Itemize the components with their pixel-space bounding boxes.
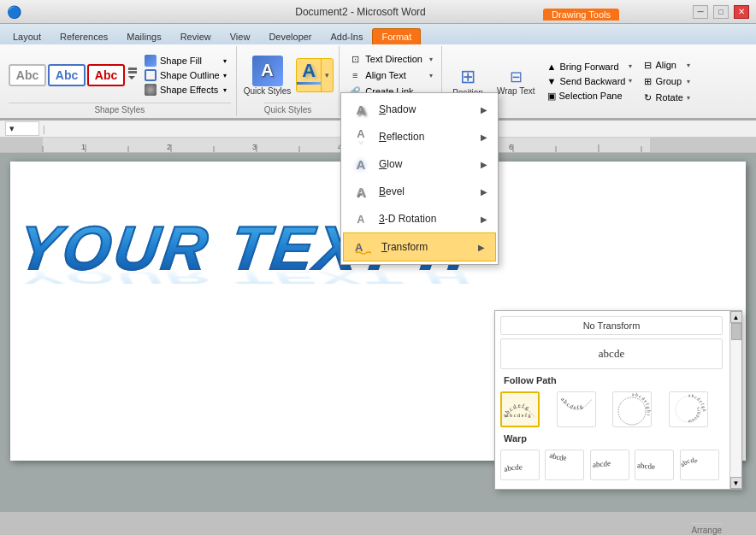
no-transform-section: No Transform abcde (500, 316, 723, 369)
svg-rect-2 (650, 138, 756, 153)
wordart-group: A Quick Styles A ▾ Quick Styles (237, 46, 340, 116)
quick-styles-label: Quick Styles (244, 86, 292, 96)
transform-panel-inner: No Transform abcde Follow Path a b c d e… (500, 316, 736, 480)
shape-styles-label: Shape Styles (9, 103, 231, 115)
transform-arch-down[interactable]: a b c d e f g (557, 391, 596, 427)
menu-item-bevel[interactable]: A Bevel ▶ (341, 178, 498, 205)
scroll-down-button[interactable]: ▼ (730, 477, 742, 489)
glow-icon: A (351, 155, 370, 173)
svg-text:2: 2 (167, 143, 171, 151)
wordart-a-container: A ▾ (296, 58, 334, 92)
rotate-button[interactable]: ↻ Rotate ▾ (641, 91, 693, 105)
reflection-arrow: ▶ (481, 132, 487, 142)
no-transform-button[interactable]: No Transform (500, 316, 723, 335)
arrange-label: Arrange (691, 523, 722, 535)
bring-forward-button[interactable]: ▲ Bring Forward ▾ (544, 60, 636, 73)
menu-item-shadow[interactable]: A Shadow ▶ (341, 96, 498, 123)
shape-outline-button[interactable]: Shape Outline ▾ (142, 68, 229, 82)
shape-swatch-blue[interactable]: Abc (48, 64, 86, 86)
transform-circle[interactable]: a b c d e f g h i (612, 391, 652, 427)
scroll-up-button[interactable]: ▲ (730, 311, 742, 323)
transform-button[interactable]: a b c d e f g h m n o p q r s (669, 391, 708, 427)
send-backward-icon: ▼ (547, 76, 557, 86)
align-icon: ⊟ (644, 60, 652, 71)
send-backward-button[interactable]: ▼ Send Backward ▾ (544, 74, 636, 88)
group-icon: ⊞ (644, 76, 652, 87)
wordart-label: Quick Styles (264, 103, 312, 115)
wordart-a-button[interactable]: A (297, 59, 321, 83)
menu-item-transform[interactable]: A A Transform ▶ (343, 232, 496, 262)
svg-text:abcde: abcde (637, 461, 655, 471)
tab-bar: Drawing Tools Layout References Mailings… (0, 24, 756, 44)
svg-rect-1 (0, 138, 43, 153)
quick-styles-icon: A (252, 56, 283, 86)
bring-forward-icon: ▲ (547, 62, 557, 72)
shape-effects-button[interactable]: Shape Effects ▾ (142, 83, 229, 97)
text-direction-icon: ⊡ (348, 53, 362, 65)
wrap-text-button[interactable]: ⊟ Wrap Text (492, 64, 540, 99)
svg-text:abcde: abcde (593, 459, 611, 469)
3d-rotation-arrow: ▶ (481, 215, 487, 224)
selection-pane-button[interactable]: ▣ Selection Pane (544, 89, 636, 103)
wordart-effects-dropdown: A Shadow ▶ A A Reflection ▶ A Glow ▶ A B… (340, 92, 499, 265)
shape-styles-group: Abc Abc Abc Shape Fill ▾ Shap (3, 46, 237, 116)
shadow-icon: A (351, 100, 370, 119)
shape-swatches-row: Abc Abc Abc Shape Fill ▾ Shap (9, 48, 231, 103)
tab-mailings[interactable]: Mailings (117, 28, 170, 44)
quick-styles-button[interactable]: A Quick Styles (242, 54, 293, 97)
warp-cell-1[interactable]: abcde (500, 450, 540, 480)
wordart-a-dropdown[interactable]: ▾ (321, 59, 333, 91)
bevel-label: Bevel (379, 185, 472, 197)
warp-cell-2[interactable]: abcde (545, 450, 584, 480)
wordart-reflection: YOUR TEXT H (19, 267, 473, 288)
warp-cell-3[interactable]: abcde (590, 450, 629, 480)
tab-developer[interactable]: Developer (259, 28, 321, 44)
tab-add-ins[interactable]: Add-Ins (322, 28, 373, 44)
transform-icon: A A (354, 238, 373, 256)
tab-review[interactable]: Review (171, 28, 221, 44)
shape-commands: Shape Fill ▾ Shape Outline ▾ Shape Effec… (140, 54, 231, 97)
follow-path-grid: a b c d e f g a b c d e f g a b c d (500, 391, 723, 427)
tab-references[interactable]: References (50, 28, 117, 44)
wrap-text-icon: ⊟ (510, 68, 523, 86)
svg-text:abcde: abcde (681, 456, 699, 468)
transform-arrow: ▶ (478, 243, 485, 252)
shape-fill-button[interactable]: Shape Fill ▾ (142, 54, 229, 68)
align-button[interactable]: ⊟ Align ▾ (641, 58, 693, 73)
menu-item-3d-rotation[interactable]: A 3-D Rotation ▶ (341, 205, 498, 232)
svg-text:abcde: abcde (549, 450, 567, 462)
group-button[interactable]: ⊞ Group ▾ (641, 74, 693, 89)
menu-item-glow[interactable]: A Glow ▶ (341, 150, 498, 178)
no-transform-preview[interactable]: abcde (500, 338, 723, 369)
align-text-button[interactable]: ≡ Align Text ▾ (345, 68, 436, 83)
transform-scrollbar: ▲ ▼ (729, 311, 741, 489)
text-direction-button[interactable]: ⊡ Text Direction ▾ (345, 51, 436, 67)
shadow-arrow: ▶ (481, 105, 487, 115)
minimize-button[interactable]: ─ (693, 5, 708, 19)
align-text-icon: ≡ (348, 69, 362, 81)
glow-label: Glow (379, 158, 472, 170)
name-box[interactable]: ▾ (5, 121, 39, 136)
rotate-icon: ↻ (644, 92, 652, 103)
bevel-icon: A (351, 182, 370, 201)
transform-panel: No Transform abcde Follow Path a b c d e… (494, 310, 742, 490)
tab-layout[interactable]: Layout (3, 28, 50, 44)
warp-cell-4[interactable]: abcde (635, 450, 674, 480)
maximize-button[interactable]: □ (713, 5, 729, 19)
transform-arch-up[interactable]: a b c d e f g a b c d e f g (500, 391, 540, 427)
tab-view[interactable]: View (221, 28, 260, 44)
shape-styles-more-button[interactable] (127, 66, 139, 85)
shape-swatch-plain[interactable]: Abc (9, 64, 46, 86)
close-button[interactable]: ✕ (734, 5, 749, 19)
app-icon: 🔵 (7, 5, 21, 19)
svg-text:a b c d e f g: a b c d e f g (560, 396, 583, 410)
menu-item-reflection[interactable]: A A Reflection ▶ (341, 123, 498, 150)
shape-swatch-red[interactable]: Abc (87, 64, 125, 86)
scroll-thumb[interactable] (731, 323, 741, 340)
bevel-arrow: ▶ (481, 187, 487, 197)
3d-rotation-label: 3-D Rotation (379, 213, 472, 225)
tab-format[interactable]: Format (372, 28, 421, 44)
warp-cell-5[interactable]: abcde (680, 450, 719, 480)
shadow-label: Shadow (379, 103, 472, 115)
svg-point-29 (618, 397, 646, 425)
